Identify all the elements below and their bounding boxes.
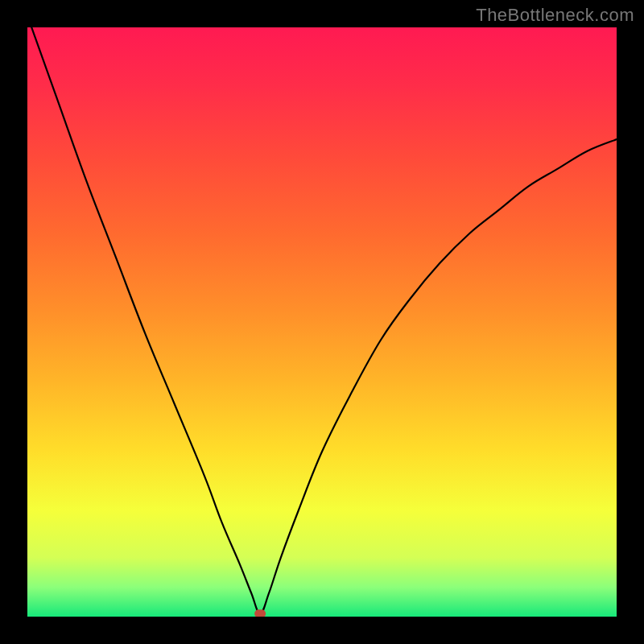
plot-area — [27, 27, 617, 617]
watermark-text: TheBottleneck.com — [476, 5, 634, 26]
marker-dot — [254, 609, 266, 617]
gradient-rect — [27, 27, 617, 617]
outer-frame: TheBottleneck.com — [0, 0, 644, 644]
chart-svg — [27, 27, 617, 617]
